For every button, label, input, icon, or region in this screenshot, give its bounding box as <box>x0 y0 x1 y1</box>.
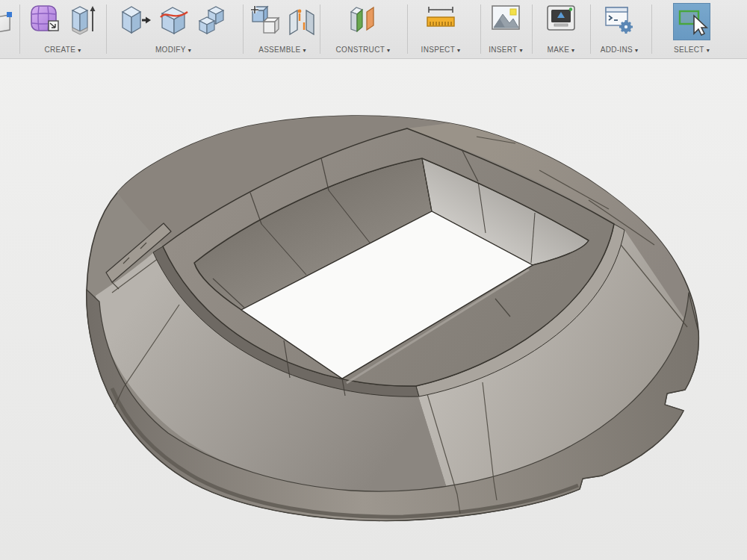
select-menu[interactable]: SELECT▾ <box>674 46 710 55</box>
scripts-add-ins-icon <box>603 3 636 36</box>
toolbar-divider <box>532 4 533 54</box>
insert-image-icon <box>490 3 521 33</box>
chevron-down-icon: ▾ <box>303 47 306 54</box>
assemble-menu[interactable]: ASSEMBLE▾ <box>258 46 306 55</box>
scripts-add-ins-button[interactable] <box>603 3 636 36</box>
sketch-rectangle-icon[interactable] <box>0 9 13 39</box>
joint-icon <box>287 4 317 37</box>
joint-button[interactable] <box>287 4 317 37</box>
cursor-arrow-icon <box>694 16 707 35</box>
create-form-button[interactable] <box>29 3 62 37</box>
fillet-icon <box>158 3 190 36</box>
toolbar-divider <box>320 4 320 54</box>
new-component-button[interactable] <box>248 3 281 37</box>
fillet-button[interactable] <box>158 3 190 36</box>
toolbar-divider <box>407 4 408 54</box>
construct-menu[interactable]: CONSTRUCT▾ <box>336 46 391 55</box>
chevron-down-icon: ▾ <box>635 47 638 54</box>
chevron-down-icon: ▾ <box>387 47 390 54</box>
press-pull-button[interactable] <box>119 3 152 36</box>
toolbar-group-modify: MODIFY▾ <box>109 3 238 55</box>
toolbar-group-insert: INSERT▾ <box>483 3 528 55</box>
chevron-down-icon: ▾ <box>188 47 191 54</box>
toolbar-divider <box>480 4 481 54</box>
new-component-icon <box>248 3 281 37</box>
chevron-down-icon: ▾ <box>571 47 574 54</box>
solid-body[interactable] <box>87 116 698 520</box>
3d-print-icon <box>544 3 578 34</box>
inspect-menu[interactable]: INSPECT▾ <box>421 46 461 55</box>
chevron-down-icon: ▾ <box>519 47 522 54</box>
measure-icon <box>424 3 457 34</box>
3d-model-svg <box>0 59 747 560</box>
modify-menu[interactable]: MODIFY▾ <box>155 46 191 55</box>
select-tool-button-active[interactable] <box>673 3 710 40</box>
extrude-button[interactable] <box>68 3 96 37</box>
toolbar-group-add-ins: ADD-INS▾ <box>593 3 645 55</box>
construction-plane-icon <box>347 3 379 36</box>
toolbar-group-create: CREATE▾ <box>22 3 103 55</box>
toolbar-divider <box>651 4 652 54</box>
toolbar-divider <box>590 4 591 54</box>
combine-icon <box>196 3 228 36</box>
toolbar-group-make: MAKE▾ <box>535 3 587 55</box>
ribbon-toolbar: CREATE▾ <box>0 0 747 59</box>
toolbar-group-construct: CONSTRUCT▾ <box>323 3 403 55</box>
add-ins-menu[interactable]: ADD-INS▾ <box>601 46 639 55</box>
select-tool-icon <box>674 4 710 40</box>
model-viewport-canvas[interactable] <box>0 59 747 560</box>
construction-plane-button[interactable] <box>347 3 379 36</box>
create-form-icon <box>29 3 62 37</box>
toolbar-divider <box>106 4 107 54</box>
sketch-rectangle-glyph <box>0 9 13 39</box>
chevron-down-icon: ▾ <box>707 47 710 54</box>
toolbar-divider <box>243 4 244 54</box>
chevron-down-icon: ▾ <box>78 47 81 54</box>
toolbar-group-inspect: INSPECT▾ <box>409 3 473 55</box>
make-3d-print-button[interactable] <box>544 3 578 34</box>
chevron-down-icon: ▾ <box>457 47 460 54</box>
extrude-icon <box>68 3 96 37</box>
measure-button[interactable] <box>424 3 457 34</box>
insert-menu[interactable]: INSERT▾ <box>489 46 523 55</box>
make-menu[interactable]: MAKE▾ <box>548 46 575 55</box>
fusion360-window: CREATE▾ <box>0 0 747 560</box>
press-pull-icon <box>119 3 152 36</box>
toolbar-group-select: SELECT▾ <box>654 3 729 55</box>
toolbar-divider <box>19 4 20 54</box>
toolbar-group-assemble: ASSEMBLE▾ <box>247 3 318 55</box>
insert-image-button[interactable] <box>490 3 521 33</box>
create-menu[interactable]: CREATE▾ <box>45 46 81 55</box>
combine-button[interactable] <box>196 3 228 36</box>
